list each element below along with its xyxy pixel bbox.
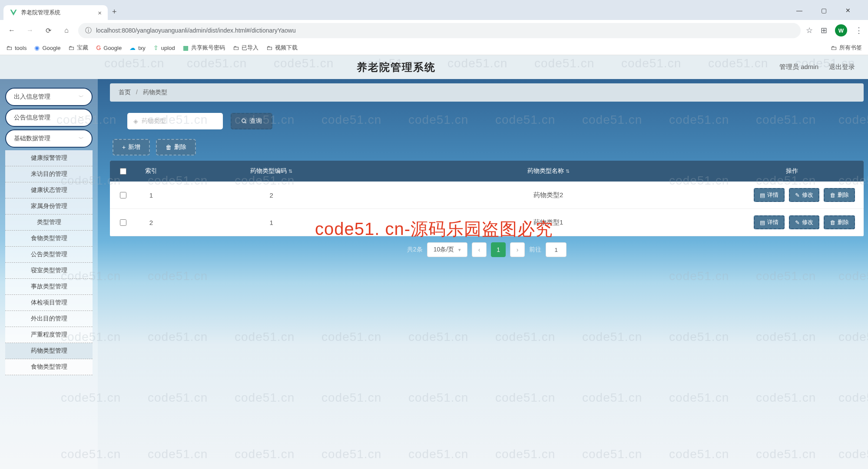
close-window-button[interactable]: ✕ <box>838 3 858 17</box>
menu-icon[interactable]: ⋮ <box>855 26 863 35</box>
reload-button[interactable]: ⟳ <box>42 24 55 37</box>
detail-button[interactable]: ▤详情 <box>754 188 785 202</box>
sidebar: 出入信息管理﹀ 公告信息管理﹀ 基础数据管理﹀ 健康报警管理来访目的管理健康状态… <box>0 79 98 469</box>
pager-next[interactable]: › <box>510 242 525 257</box>
bookmark-google[interactable]: ◉Google <box>34 44 60 51</box>
delete-button[interactable]: 🗑删除 <box>156 139 196 155</box>
forward-button[interactable]: → <box>23 24 36 37</box>
google-icon: G <box>96 44 101 51</box>
sidebar-item[interactable]: 外出目的管理 <box>5 311 93 327</box>
bookmark-video[interactable]: 🗀视频下载 <box>266 44 298 52</box>
cell-code: 2 <box>166 182 376 208</box>
sidebar-cap-inout[interactable]: 出入信息管理﹀ <box>5 88 93 106</box>
sidebar-item[interactable]: 家属身份管理 <box>5 198 93 215</box>
row-checkbox[interactable] <box>120 219 126 226</box>
sidebar-item[interactable]: 寝室类型管理 <box>5 263 93 279</box>
sidebar-item[interactable]: 体检项目管理 <box>5 295 93 311</box>
th-checkbox <box>110 161 136 182</box>
addr-actions: ☆ ⊞ W ⋮ <box>806 24 863 36</box>
action-row: +新增 🗑删除 <box>110 139 864 155</box>
tab-row: 养老院管理系统 × + — ▢ ✕ <box>0 0 868 20</box>
extension-icon[interactable]: ⊞ <box>821 26 827 35</box>
th-name[interactable]: 药物类型名称⇅ <box>376 161 720 182</box>
table-header: 索引 药物类型编码⇅ 药物类型名称⇅ 操作 <box>110 161 864 182</box>
browser-tab[interactable]: 养老院管理系统 × <box>3 5 108 20</box>
edit-button[interactable]: ✎修改 <box>789 215 819 229</box>
edit-button[interactable]: ✎修改 <box>789 188 819 202</box>
sidebar-cap-basedata[interactable]: 基础数据管理﹀ <box>5 129 93 148</box>
search-icon <box>241 118 247 124</box>
info-icon: ⓘ <box>85 26 92 35</box>
sort-icon: ⇅ <box>566 168 570 174</box>
sidebar-item[interactable]: 严重程度管理 <box>5 327 93 343</box>
detail-button[interactable]: ▤详情 <box>754 215 785 229</box>
sidebar-item[interactable]: 健康状态管理 <box>5 182 93 198</box>
sidebar-item[interactable]: 来访目的管理 <box>5 166 93 182</box>
sidebar-item[interactable]: 公告类型管理 <box>5 247 93 263</box>
folder-icon: 🗀 <box>68 44 74 51</box>
breadcrumb: 首页 / 药物类型 <box>110 83 864 102</box>
cell-name: 药物类型1 <box>376 209 720 236</box>
tab-title: 养老院管理系统 <box>21 9 60 17</box>
close-icon[interactable]: × <box>98 9 102 17</box>
home-button[interactable]: ⌂ <box>60 24 73 37</box>
address-row: ← → ⟳ ⌂ ⓘ localhost:8080/yanglaoyuanguan… <box>0 20 868 41</box>
user-label[interactable]: 管理员 admin <box>779 63 818 71</box>
star-icon[interactable]: ☆ <box>806 26 813 35</box>
all-bookmarks[interactable]: 🗀所有书签 <box>831 44 862 52</box>
sidebar-item[interactable]: 药物类型管理 <box>5 343 93 359</box>
cell-code: 1 <box>166 209 376 236</box>
browser-chrome: 养老院管理系统 × + — ▢ ✕ ← → ⟳ ⌂ ⓘ localhost:80… <box>0 0 868 55</box>
minimize-button[interactable]: — <box>790 3 809 17</box>
cell-index: 2 <box>136 209 166 236</box>
google-icon: ◉ <box>34 44 40 51</box>
url-bar[interactable]: ⓘ localhost:8080/yanglaoyuanguanli/admin… <box>78 23 801 38</box>
breadcrumb-sep: / <box>136 89 138 96</box>
back-button[interactable]: ← <box>5 24 18 37</box>
sidebar-item[interactable]: 健康报警管理 <box>5 150 93 166</box>
pager-prev[interactable]: ‹ <box>472 242 487 257</box>
breadcrumb-home[interactable]: 首页 <box>119 89 131 96</box>
bookmark-share[interactable]: ▦共享账号密码 <box>183 44 225 52</box>
sidebar-item[interactable]: 类型管理 <box>5 215 93 231</box>
logout-link[interactable]: 退出登录 <box>829 63 855 71</box>
folder-icon: 🗀 <box>831 44 837 51</box>
url-text: localhost:8080/yanglaoyuanguanli/admin/d… <box>96 27 296 34</box>
row-delete-button[interactable]: 🗑删除 <box>824 215 855 229</box>
pager-goto-input[interactable] <box>546 242 567 257</box>
row-delete-button[interactable]: 🗑删除 <box>824 188 855 202</box>
bookmark-txy[interactable]: ☁txy <box>129 44 146 51</box>
bookmark-imported[interactable]: 🗀已导入 <box>233 44 258 52</box>
th-index[interactable]: 索引 <box>136 161 166 182</box>
svg-point-0 <box>242 119 245 122</box>
sidebar-item[interactable]: 食物类型管理 <box>5 231 93 247</box>
main-pane: 首页 / 药物类型 ◈ 药物类型 查询 +新增 🗑删除 <box>98 79 868 469</box>
new-tab-button[interactable]: + <box>108 4 121 20</box>
chevron-down-icon: ﹀ <box>79 93 84 101</box>
edit-icon: ✎ <box>795 192 800 198</box>
profile-avatar[interactable]: W <box>835 24 847 36</box>
bookmark-google2[interactable]: GGoogle <box>96 44 122 51</box>
pager-page-1[interactable]: 1 <box>491 242 506 257</box>
row-checkbox[interactable] <box>120 192 126 198</box>
query-button[interactable]: 查询 <box>231 113 272 129</box>
search-placeholder: 药物类型 <box>142 117 166 125</box>
bookmark-treasure[interactable]: 🗀宝藏 <box>68 44 88 52</box>
select-all-checkbox[interactable] <box>120 168 126 175</box>
sidebar-item[interactable]: 食物类型管理 <box>5 359 93 375</box>
cell-ops: ▤详情✎修改🗑删除 <box>720 182 864 208</box>
pager-perpage[interactable]: 10条/页▾ <box>427 242 467 257</box>
search-input[interactable]: ◈ 药物类型 <box>127 113 223 129</box>
add-button[interactable]: +新增 <box>113 139 150 155</box>
sort-icon: ⇅ <box>288 168 292 174</box>
bookmark-uplod[interactable]: ⇧uplod <box>153 44 175 51</box>
sidebar-cap-notice[interactable]: 公告信息管理﹀ <box>5 109 93 127</box>
breadcrumb-current: 药物类型 <box>143 89 167 96</box>
plus-icon: + <box>122 144 126 151</box>
search-row: ◈ 药物类型 查询 <box>110 110 864 132</box>
sidebar-item[interactable]: 事故类型管理 <box>5 279 93 295</box>
maximize-button[interactable]: ▢ <box>814 3 833 17</box>
th-code[interactable]: 药物类型编码⇅ <box>166 161 376 182</box>
window-controls: — ▢ ✕ <box>783 0 865 21</box>
bookmark-tools[interactable]: 🗀tools <box>6 44 27 51</box>
